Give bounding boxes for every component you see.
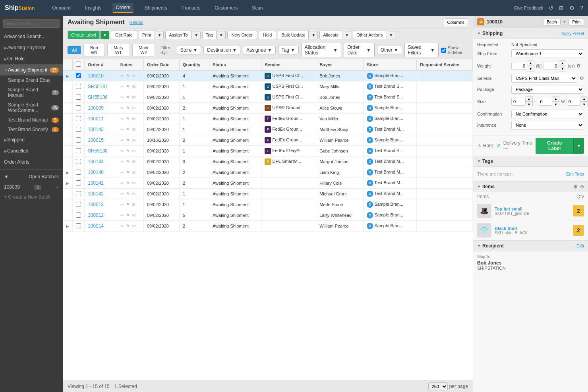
note-icon3[interactable]: ✉ [132,127,135,132]
col-buyer[interactable]: Buyer [316,59,364,70]
col-service[interactable]: Service [261,59,316,70]
row-expand-arrow[interactable]: ▶ [66,181,69,185]
nav-link-customers[interactable]: Customers [211,4,241,12]
row-checkbox[interactable] [76,202,81,207]
note-icon2[interactable]: ⚑ [126,159,130,164]
new-order-button[interactable]: New Order [227,31,257,39]
package-select[interactable]: Package [511,85,584,94]
other-actions-arrow-button[interactable]: ▼ [387,31,395,39]
note-icon[interactable]: ✏ [120,191,124,196]
note-icon[interactable]: ✏ [120,170,124,175]
note-icon3[interactable]: ✉ [132,73,135,78]
row-expand-arrow[interactable]: ▶ [66,74,69,78]
items-gear-icon[interactable]: ⚙ [573,184,578,189]
order-date-filter[interactable]: Order Date▼ [344,43,374,57]
row-expand-arrow[interactable]: ▶ [66,170,69,175]
store-filter[interactable]: Store▼ [177,46,201,54]
recipient-section-header[interactable]: ▼ Recipient Edit [473,241,588,251]
order-link[interactable]: 100011 [88,116,104,122]
note-icon3[interactable]: ✉ [132,116,135,121]
size-l-down[interactable]: ▼ [526,102,532,107]
note-icon3[interactable]: ✉ [132,149,135,153]
note-icon2[interactable]: ⚑ [126,106,130,110]
note-icon[interactable]: ✏ [120,73,124,78]
recipient-edit-link[interactable]: Edit [576,243,584,248]
reload-link[interactable]: Reload [130,20,143,25]
item-name[interactable]: Top hat small [495,207,570,211]
allocation-status-filter[interactable]: Allocation Status▼ [301,43,341,57]
insurance-select[interactable]: None [511,121,584,129]
tag-button[interactable]: Tag [202,31,217,39]
note-icon3[interactable]: ✉ [132,170,135,175]
note-icon2[interactable]: ⚑ [126,95,130,100]
tab-mary-w1[interactable]: Mary W1 [107,44,130,56]
note-icon2[interactable]: ⚑ [126,149,130,153]
note-icon[interactable]: ✏ [120,159,124,164]
bulk-update-button[interactable]: Bulk Update [278,31,309,39]
order-link[interactable]: SH55136 [88,95,108,100]
col-order-date[interactable]: Order Date [143,59,179,70]
note-icon[interactable]: ✏ [120,224,124,228]
note-icon3[interactable]: ✉ [132,138,135,143]
sidebar-item-awaiting-payment[interactable]: ▶ Awaiting Payment [0,42,63,53]
weight-lb-up[interactable]: ▲ [527,61,534,66]
order-link[interactable]: 100144 [88,159,104,164]
tags-section-header[interactable]: ▼ Tags [473,156,588,167]
other-filter[interactable]: Other▼ [377,46,402,54]
size-w-down[interactable]: ▼ [552,102,559,107]
allocate-button[interactable]: Allocate [319,31,342,39]
note-icon[interactable]: ✏ [120,181,124,185]
assign-to-button[interactable]: Assign To [165,31,191,39]
sidebar-sub-sample-ebay[interactable]: Sample Brand Ebay [0,75,63,85]
other-actions-button[interactable]: Other Actions [353,31,386,39]
note-icon[interactable]: ✏ [120,202,124,207]
order-link[interactable]: 100013 [88,202,104,207]
print-button[interactable]: Print [139,31,155,39]
note-icon2[interactable]: ⚑ [126,84,130,89]
help-icon[interactable]: ? [580,5,583,11]
destination-filter[interactable]: Destination▼ [203,46,240,54]
give-feedback-link[interactable]: Give Feedback [514,6,543,10]
note-icon3[interactable]: ✉ [132,95,135,100]
size-l-input[interactable] [511,98,526,106]
order-link[interactable]: 100009 [88,105,104,111]
hold-button[interactable]: Hold [259,31,277,39]
col-quantity[interactable]: Quantity [179,59,209,70]
order-link[interactable]: 100015 [88,137,104,143]
size-h-down[interactable]: ▼ [581,102,588,107]
sidebar-item-cancelled[interactable]: ▶ Cancelled [0,145,63,156]
note-icon3[interactable]: ✉ [132,181,135,185]
note-icon[interactable]: ✏ [120,127,124,132]
per-page-select[interactable]: 250 100 500 [428,382,448,390]
note-icon3[interactable]: ✉ [132,202,135,207]
refresh-icon[interactable]: ↺ [549,5,553,11]
items-settings-icon[interactable]: ⊕ [580,184,584,189]
note-icon3[interactable]: ✉ [132,191,135,196]
row-checkbox[interactable] [76,84,81,89]
nav-link-products[interactable]: Products [178,4,203,12]
note-icon[interactable]: ✏ [120,149,124,153]
row-checkbox[interactable] [76,212,81,218]
row-checkbox[interactable] [76,73,81,78]
order-link[interactable]: SH55138 [88,148,108,154]
nav-link-insights[interactable]: Insights [82,4,104,12]
size-l-up[interactable]: ▲ [526,97,532,102]
rate-refresh-icon[interactable]: ↺ [496,143,500,149]
note-icon2[interactable]: ⚑ [126,170,130,175]
allocate-arrow-button[interactable]: ▼ [343,31,351,39]
shipping-section-header[interactable]: ▼ Shipping Apply Preset [473,28,588,39]
show-sidebar-checkbox[interactable] [441,48,446,53]
create-label-button-panel[interactable]: Create Label [536,138,573,154]
col-store[interactable]: Store [364,59,417,70]
row-checkbox[interactable] [76,170,81,175]
create-batch-btn[interactable]: + Create a New Batch [0,192,63,202]
order-link[interactable]: 100142 [88,191,104,197]
note-icon3[interactable]: ✉ [132,224,135,228]
col-order-num[interactable]: Order # [85,59,117,70]
weight-lb-down[interactable]: ▼ [527,66,534,71]
size-w-input[interactable] [538,98,552,106]
size-h-up[interactable]: ▲ [581,97,588,102]
size-w-up[interactable]: ▲ [552,97,559,102]
select-all-checkbox[interactable] [76,62,81,67]
row-checkbox[interactable] [76,127,81,132]
